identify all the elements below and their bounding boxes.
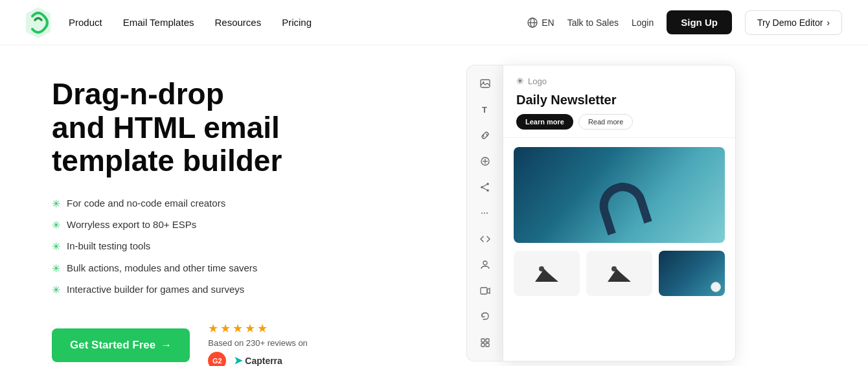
read-more-button[interactable]: Read more bbox=[578, 114, 633, 130]
svg-rect-16 bbox=[481, 288, 487, 294]
capterra-icon: ➤ bbox=[234, 354, 242, 366]
globe-icon bbox=[527, 17, 538, 28]
tool-image[interactable] bbox=[475, 73, 496, 94]
arch-shape bbox=[593, 177, 652, 236]
svg-rect-20 bbox=[486, 343, 489, 347]
feature-2: ✳ Worryless export to 80+ ESPs bbox=[52, 218, 428, 233]
tool-link[interactable] bbox=[475, 125, 496, 146]
thumbnail-1 bbox=[514, 251, 580, 296]
feature-3: ✳ In-built testing tools bbox=[52, 239, 428, 254]
nav-pricing[interactable]: Pricing bbox=[282, 17, 312, 28]
email-newsletter-title: Daily Newsletter bbox=[516, 93, 722, 108]
login-link[interactable]: Login bbox=[632, 17, 654, 28]
bullet-icon-2: ✳ bbox=[52, 218, 60, 233]
tool-merge[interactable] bbox=[475, 151, 496, 172]
thumbnail-3 bbox=[659, 251, 725, 296]
nav-email-templates[interactable]: Email Templates bbox=[123, 17, 194, 28]
star-1: ★ bbox=[208, 321, 218, 336]
svg-rect-19 bbox=[481, 343, 485, 347]
tool-divider[interactable] bbox=[475, 203, 496, 223]
lang-label: EN bbox=[542, 17, 554, 28]
tool-text[interactable]: T bbox=[475, 99, 496, 120]
bullet-icon-4: ✳ bbox=[52, 262, 60, 276]
talk-to-sales-link[interactable]: Talk to Sales bbox=[567, 17, 619, 28]
feature-4: ✳ Bulk actions, modules and other time s… bbox=[52, 261, 428, 276]
tool-grid[interactable] bbox=[475, 332, 496, 353]
learn-more-button[interactable]: Learn more bbox=[516, 114, 573, 130]
main-content: Drag-n-drop and HTML email template buil… bbox=[0, 45, 868, 366]
hero-section: Drag-n-drop and HTML email template buil… bbox=[52, 71, 428, 366]
svg-line-13 bbox=[483, 188, 486, 190]
arrow-icon: → bbox=[161, 339, 172, 352]
bullet-icon-5: ✳ bbox=[52, 283, 60, 297]
star-5: ★ bbox=[257, 321, 268, 336]
email-body bbox=[503, 147, 735, 305]
email-action-buttons: Learn more Read more bbox=[516, 114, 722, 130]
email-logo-row: ✳ Logo bbox=[516, 76, 722, 86]
review-text: Based on 230+ reviews on bbox=[208, 338, 308, 348]
hero-heading: Drag-n-drop and HTML email template buil… bbox=[52, 78, 428, 178]
navbar: Product Email Templates Resources Pricin… bbox=[0, 0, 868, 45]
mountain-icon-2 bbox=[608, 264, 631, 283]
feature-1: ✳ For code and no-code email creators bbox=[52, 196, 428, 211]
tool-undo[interactable] bbox=[475, 306, 496, 327]
editor-toolbar: T bbox=[466, 65, 503, 361]
tool-video[interactable] bbox=[475, 280, 496, 301]
svg-rect-17 bbox=[481, 339, 485, 342]
email-thumbnails-row bbox=[514, 251, 725, 296]
nav-right: EN Talk to Sales Login Sign Up Try Demo … bbox=[527, 10, 842, 35]
svg-text:T: T bbox=[482, 105, 487, 115]
email-canvas: ✳ Logo Daily Newsletter Learn more Read … bbox=[503, 65, 736, 361]
thumbnail-2 bbox=[586, 251, 652, 296]
reviews-section: ★ ★ ★ ★ ★ Based on 230+ reviews on G2 ➤ … bbox=[208, 321, 308, 367]
nav-product[interactable]: Product bbox=[69, 17, 102, 28]
star-2: ★ bbox=[220, 321, 231, 336]
star-4: ★ bbox=[245, 321, 255, 336]
bullet-icon-3: ✳ bbox=[52, 240, 60, 254]
email-header: ✳ Logo Daily Newsletter Learn more Read … bbox=[503, 65, 735, 138]
tool-avatar[interactable] bbox=[475, 255, 496, 275]
nav-resources[interactable]: Resources bbox=[214, 17, 261, 28]
try-demo-button[interactable]: Try Demo Editor › bbox=[745, 10, 842, 35]
svg-rect-18 bbox=[486, 339, 489, 342]
logo[interactable] bbox=[26, 7, 51, 38]
capterra-badge: ➤ Capterra bbox=[234, 354, 282, 366]
sign-up-button[interactable]: Sign Up bbox=[667, 10, 732, 34]
star-3: ★ bbox=[233, 321, 243, 336]
chevron-right-icon: › bbox=[827, 17, 830, 28]
logo-asterisk-icon: ✳ bbox=[516, 76, 524, 86]
cta-row: Get Started Free → ★ ★ ★ ★ ★ Based on 23… bbox=[52, 321, 428, 367]
feature-5: ✳ Interactive builder for games and surv… bbox=[52, 282, 428, 297]
g2-badge: G2 bbox=[208, 352, 226, 367]
nav-links: Product Email Templates Resources Pricin… bbox=[69, 17, 312, 28]
tool-code[interactable] bbox=[475, 229, 496, 249]
language-selector[interactable]: EN bbox=[527, 17, 554, 28]
features-list: ✳ For code and no-code email creators ✳ … bbox=[52, 196, 428, 298]
review-badges: G2 ➤ Capterra bbox=[208, 352, 308, 367]
svg-line-12 bbox=[483, 185, 486, 187]
star-rating: ★ ★ ★ ★ ★ bbox=[208, 321, 308, 336]
svg-point-15 bbox=[483, 261, 487, 265]
get-started-button[interactable]: Get Started Free → bbox=[52, 328, 190, 362]
bullet-icon-1: ✳ bbox=[52, 197, 60, 211]
email-logo-label: Logo bbox=[528, 76, 547, 86]
mountain-icon-1 bbox=[535, 264, 558, 283]
cursor-indicator bbox=[711, 282, 721, 292]
email-hero-image bbox=[514, 147, 725, 243]
editor-preview: T bbox=[466, 65, 842, 361]
tool-share[interactable] bbox=[475, 177, 496, 198]
